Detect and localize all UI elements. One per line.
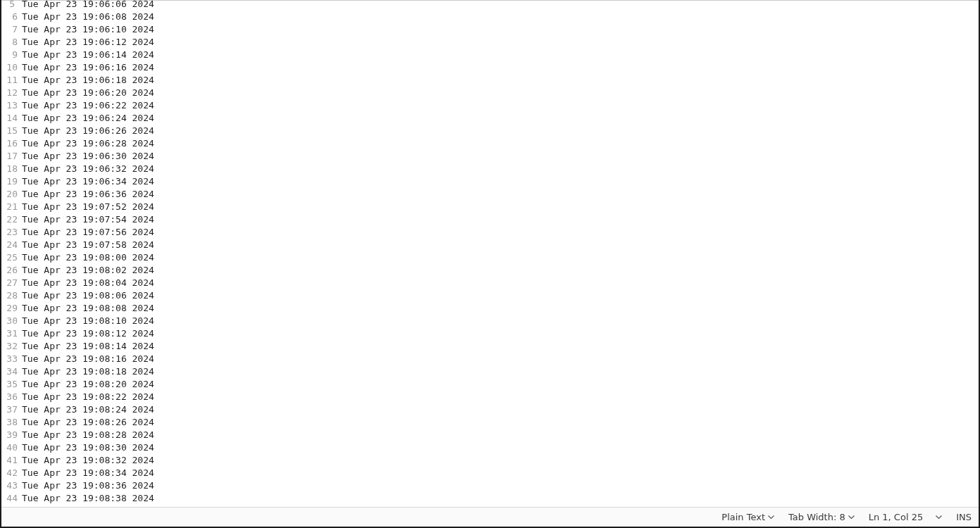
- tab-width-label: Tab Width: 8: [788, 512, 845, 522]
- tab-width-selector[interactable]: Tab Width: 8: [781, 508, 862, 527]
- text-line[interactable]: Tue Apr 23 19:08:32 2024: [20, 454, 979, 467]
- line-number: 35: [1, 378, 18, 391]
- line-number: 23: [1, 226, 18, 239]
- line-number: 10: [1, 61, 18, 74]
- line-number: 24: [1, 239, 18, 251]
- line-number: 8: [1, 36, 18, 49]
- line-number: 26: [1, 264, 18, 277]
- text-line[interactable]: Tue Apr 23 19:06:36 2024: [20, 188, 979, 201]
- text-line[interactable]: Tue Apr 23 19:06:14 2024: [20, 49, 979, 61]
- line-number: 19: [1, 175, 18, 188]
- text-line[interactable]: Tue Apr 23 19:06:34 2024: [20, 175, 979, 188]
- text-editor[interactable]: 5678910111213141516171819202122232425262…: [1, 1, 979, 507]
- text-line[interactable]: Tue Apr 23 19:08:14 2024: [20, 340, 979, 353]
- line-number: 38: [1, 416, 18, 429]
- line-number: 5: [1, 1, 18, 11]
- text-line[interactable]: Tue Apr 23 19:06:26 2024: [20, 125, 979, 137]
- line-number: 12: [1, 87, 18, 99]
- line-number: 44: [1, 492, 18, 505]
- chevron-down-icon: [768, 513, 774, 521]
- text-line[interactable]: Tue Apr 23 19:08:08 2024: [20, 302, 979, 315]
- text-line[interactable]: Tue Apr 23 19:07:56 2024: [20, 226, 979, 239]
- line-number: 29: [1, 302, 18, 315]
- line-number: 14: [1, 112, 18, 125]
- text-line[interactable]: Tue Apr 23 19:07:54 2024: [20, 213, 979, 226]
- text-line[interactable]: Tue Apr 23 19:08:38 2024: [20, 492, 979, 505]
- language-mode-label: Plain Text: [721, 512, 765, 522]
- text-content[interactable]: Tue Apr 23 19:06:06 2024Tue Apr 23 19:06…: [20, 1, 979, 507]
- text-line[interactable]: Tue Apr 23 19:08:00 2024: [20, 251, 979, 264]
- text-line[interactable]: Tue Apr 23 19:07:58 2024: [20, 239, 979, 251]
- line-number: 41: [1, 454, 18, 467]
- text-line[interactable]: Tue Apr 23 19:08:02 2024: [20, 264, 979, 277]
- line-number: 18: [1, 163, 18, 175]
- line-number: 15: [1, 125, 18, 137]
- text-line[interactable]: Tue Apr 23 19:06:22 2024: [20, 99, 979, 112]
- text-line[interactable]: Tue Apr 23 19:06:16 2024: [20, 61, 979, 74]
- text-line[interactable]: Tue Apr 23 19:08:20 2024: [20, 378, 979, 391]
- text-line[interactable]: Tue Apr 23 19:06:06 2024: [20, 1, 979, 11]
- text-line[interactable]: Tue Apr 23 19:08:36 2024: [20, 479, 979, 492]
- line-number: 37: [1, 403, 18, 416]
- text-line[interactable]: Tue Apr 23 19:06:24 2024: [20, 112, 979, 125]
- text-line[interactable]: Tue Apr 23 19:07:52 2024: [20, 201, 979, 213]
- text-line[interactable]: Tue Apr 23 19:06:10 2024: [20, 23, 979, 36]
- line-number: 9: [1, 49, 18, 61]
- text-line[interactable]: Tue Apr 23 19:06:08 2024: [20, 11, 979, 23]
- line-number: 39: [1, 429, 18, 441]
- text-line[interactable]: Tue Apr 23 19:06:18 2024: [20, 74, 979, 87]
- text-line[interactable]: Tue Apr 23 19:08:10 2024: [20, 315, 979, 327]
- chevron-down-icon: [936, 513, 942, 521]
- line-number: 21: [1, 201, 18, 213]
- text-line[interactable]: Tue Apr 23 19:08:18 2024: [20, 365, 979, 378]
- text-line[interactable]: Tue Apr 23 19:08:04 2024: [20, 277, 979, 289]
- line-number: 7: [1, 23, 18, 36]
- line-number-gutter: 5678910111213141516171819202122232425262…: [1, 1, 20, 507]
- text-line[interactable]: Tue Apr 23 19:08:26 2024: [20, 416, 979, 429]
- line-number: 31: [1, 327, 18, 340]
- text-line[interactable]: Tue Apr 23 19:08:22 2024: [20, 391, 979, 403]
- line-number: 33: [1, 353, 18, 365]
- cursor-position-selector[interactable]: Ln 1, Col 25: [862, 508, 949, 527]
- language-mode-selector[interactable]: Plain Text: [714, 508, 781, 527]
- line-number: 43: [1, 479, 18, 492]
- chevron-down-icon: [848, 513, 855, 521]
- cursor-position-label: Ln 1, Col 25: [869, 512, 923, 522]
- text-line[interactable]: Tue Apr 23 19:06:20 2024: [20, 87, 979, 99]
- text-line[interactable]: Tue Apr 23 19:08:06 2024: [20, 289, 979, 302]
- line-number: 17: [1, 150, 18, 163]
- line-number: 27: [1, 277, 18, 289]
- insert-mode-indicator[interactable]: INS: [949, 508, 979, 527]
- insert-mode-label: INS: [956, 512, 972, 522]
- line-number: 30: [1, 315, 18, 327]
- text-line[interactable]: Tue Apr 23 19:08:34 2024: [20, 467, 979, 479]
- text-line[interactable]: Tue Apr 23 19:08:28 2024: [20, 429, 979, 441]
- line-number: 25: [1, 251, 18, 264]
- line-number: 36: [1, 391, 18, 403]
- text-line[interactable]: Tue Apr 23 19:08:12 2024: [20, 327, 979, 340]
- line-number: 28: [1, 289, 18, 302]
- line-number: 42: [1, 467, 18, 479]
- line-number: 6: [1, 11, 18, 23]
- line-number: 40: [1, 441, 18, 454]
- line-number: 13: [1, 99, 18, 112]
- text-line[interactable]: Tue Apr 23 19:06:32 2024: [20, 163, 979, 175]
- status-bar: Plain Text Tab Width: 8 Ln 1, Col 25 INS: [1, 507, 979, 527]
- line-number: 16: [1, 137, 18, 150]
- text-line[interactable]: Tue Apr 23 19:06:12 2024: [20, 36, 979, 49]
- line-number: 20: [1, 188, 18, 201]
- text-line[interactable]: Tue Apr 23 19:08:30 2024: [20, 441, 979, 454]
- text-line[interactable]: Tue Apr 23 19:06:28 2024: [20, 137, 979, 150]
- text-line[interactable]: Tue Apr 23 19:06:30 2024: [20, 150, 979, 163]
- line-number: 34: [1, 365, 18, 378]
- text-line[interactable]: Tue Apr 23 19:08:24 2024: [20, 403, 979, 416]
- line-number: 22: [1, 213, 18, 226]
- line-number: 32: [1, 340, 18, 353]
- text-line[interactable]: Tue Apr 23 19:08:16 2024: [20, 353, 979, 365]
- line-number: 11: [1, 74, 18, 87]
